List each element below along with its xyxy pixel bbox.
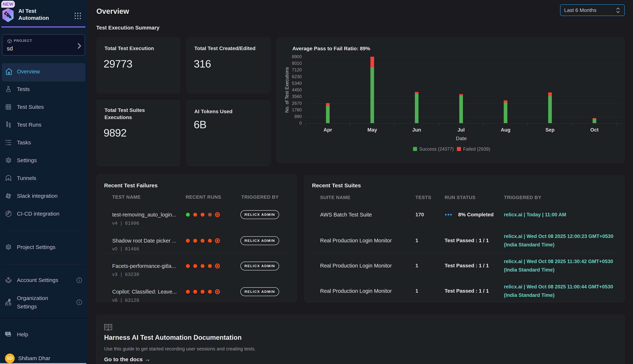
svg-text:?: ? — [7, 332, 9, 335]
